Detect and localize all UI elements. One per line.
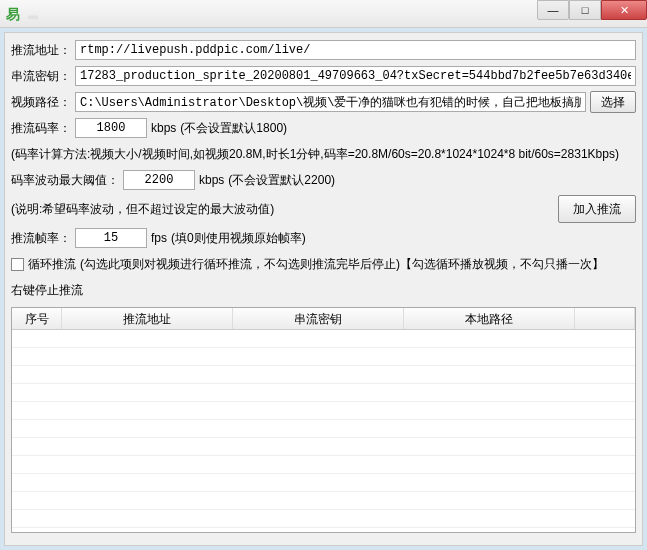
titlebar: 易 ... — □ ✕ bbox=[0, 0, 647, 28]
push-url-input[interactable] bbox=[75, 40, 636, 60]
col-path[interactable]: 本地路径 bbox=[404, 308, 575, 329]
col-key[interactable]: 串流密钥 bbox=[233, 308, 404, 329]
loop-label: 循环推流 bbox=[28, 256, 76, 273]
add-push-button[interactable]: 加入推流 bbox=[558, 195, 636, 223]
threshold-hint: (不会设置默认2200) bbox=[228, 172, 335, 189]
maximize-button[interactable]: □ bbox=[569, 0, 601, 20]
loop-checkbox[interactable] bbox=[11, 258, 24, 271]
app-icon: 易 bbox=[6, 6, 22, 22]
fps-unit: fps bbox=[151, 231, 167, 245]
right-click-stop: 右键停止推流 bbox=[11, 282, 83, 299]
kbps-label-2: kbps bbox=[199, 173, 224, 187]
threshold-label: 码率波动最大阈值： bbox=[11, 172, 119, 189]
bitrate-hint: (不会设置默认1800) bbox=[180, 120, 287, 137]
bitrate-label: 推流码率： bbox=[11, 120, 71, 137]
bitrate-method: (码率计算方法:视频大小/视频时间,如视频20.8M,时长1分钟,码率=20.8… bbox=[11, 146, 619, 163]
fps-hint: (填0则使用视频原始帧率) bbox=[171, 230, 306, 247]
threshold-input[interactable] bbox=[123, 170, 195, 190]
window-controls: — □ ✕ bbox=[537, 0, 647, 27]
main-panel: 推流地址： 串流密钥： 视频路径： 选择 推流码率： kbps (不会设置默认1… bbox=[4, 32, 643, 546]
video-path-label: 视频路径： bbox=[11, 94, 71, 111]
kbps-label-1: kbps bbox=[151, 121, 176, 135]
minimize-button[interactable]: — bbox=[537, 0, 569, 20]
threshold-note: (说明:希望码率波动，但不超过设定的最大波动值) bbox=[11, 201, 274, 218]
col-url[interactable]: 推流地址 bbox=[62, 308, 233, 329]
push-table[interactable]: 序号 推流地址 串流密钥 本地路径 bbox=[11, 307, 636, 533]
stream-key-input[interactable] bbox=[75, 66, 636, 86]
window-title: ... bbox=[28, 7, 38, 21]
video-path-input[interactable] bbox=[75, 92, 586, 112]
loop-hint: (勾选此项则对视频进行循环推流，不勾选则推流完毕后停止)【勾选循环播放视频，不勾… bbox=[80, 256, 604, 273]
fps-label: 推流帧率： bbox=[11, 230, 71, 247]
col-index[interactable]: 序号 bbox=[12, 308, 62, 329]
stream-key-label: 串流密钥： bbox=[11, 68, 71, 85]
table-body bbox=[12, 330, 635, 533]
fps-input[interactable] bbox=[75, 228, 147, 248]
table-header: 序号 推流地址 串流密钥 本地路径 bbox=[12, 308, 635, 330]
close-button[interactable]: ✕ bbox=[601, 0, 647, 20]
col-extra[interactable] bbox=[575, 308, 635, 329]
select-button[interactable]: 选择 bbox=[590, 91, 636, 113]
push-url-label: 推流地址： bbox=[11, 42, 71, 59]
bitrate-input[interactable] bbox=[75, 118, 147, 138]
